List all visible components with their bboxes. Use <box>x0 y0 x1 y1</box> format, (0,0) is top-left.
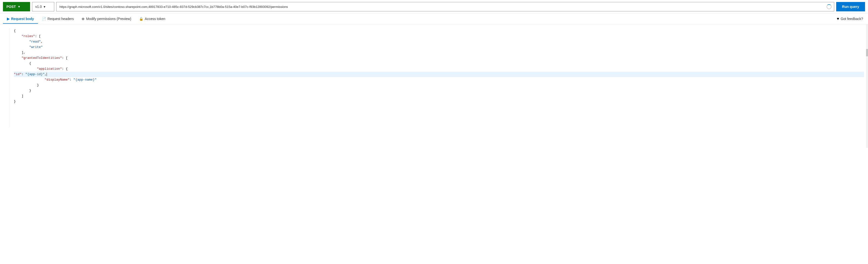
tab-request-body-label: Request body <box>11 17 34 21</box>
feedback-link[interactable]: ♥ Got feedback? <box>835 14 865 24</box>
feedback-heart-icon: ♥ <box>837 17 839 21</box>
code-line-7: { <box>14 61 864 66</box>
code-line-13: ] <box>14 94 864 99</box>
method-chevron-icon: ▾ <box>18 5 20 8</box>
request-headers-icon: 📄 <box>42 17 46 21</box>
run-query-button[interactable]: Run query <box>836 2 865 11</box>
version-label: v1.0 <box>35 5 42 9</box>
tab-modify-permissions-label: Modify permissions (Preview) <box>86 17 131 21</box>
modify-permissions-icon: ⊕ <box>82 17 85 21</box>
code-line-1: { <box>14 28 864 34</box>
code-line-10: "displayName": "{app-name}" <box>14 77 864 83</box>
loading-spinner <box>827 4 832 9</box>
code-line-5: ], <box>14 50 864 55</box>
feedback-label: Got feedback? <box>841 17 863 21</box>
code-line-9: "id": "{app-id}", <box>14 72 864 77</box>
code-line-14: } <box>14 99 864 104</box>
code-line-4: "write" <box>14 45 864 50</box>
scrollbar-thumb[interactable] <box>866 49 868 56</box>
method-label: POST <box>6 5 16 9</box>
version-dropdown[interactable]: v1.0 ▾ <box>32 2 54 11</box>
code-line-6: "grantedToIdentities": [ <box>14 55 864 61</box>
scrollbar-track[interactable] <box>866 24 868 148</box>
url-input[interactable] <box>57 2 834 11</box>
access-token-icon: 🔒 <box>139 17 143 21</box>
tab-access-token-label: Access token <box>145 17 165 21</box>
code-line-2: "roles": [ <box>14 34 864 39</box>
code-content[interactable]: { "roles": [ "read", "write" ], "granted… <box>10 28 868 127</box>
editor-container: { "roles": [ "read", "write" ], "granted… <box>0 28 868 127</box>
tab-request-body[interactable]: ▶ Request body <box>3 14 38 24</box>
tab-request-headers[interactable]: 📄 Request headers <box>38 14 78 24</box>
tab-modify-permissions[interactable]: ⊕ Modify permissions (Preview) <box>78 14 135 24</box>
toolbar: POST ▾ v1.0 ▾ Run query <box>0 0 868 14</box>
tab-request-headers-label: Request headers <box>48 17 74 21</box>
code-line-11: } <box>14 83 864 88</box>
code-line-8: "application": { <box>14 66 864 72</box>
url-input-wrapper <box>56 2 834 11</box>
request-body-icon: ▶ <box>7 17 10 21</box>
line-numbers <box>0 28 10 127</box>
tab-access-token[interactable]: 🔒 Access token <box>135 14 169 24</box>
code-line-3: "read", <box>14 39 864 45</box>
version-chevron-icon: ▾ <box>44 5 45 9</box>
method-dropdown[interactable]: POST ▾ <box>3 2 30 11</box>
tabs-bar: ▶ Request body 📄 Request headers ⊕ Modif… <box>0 14 868 24</box>
editor-area: { "roles": [ "read", "write" ], "granted… <box>0 24 868 148</box>
code-line-12: } <box>14 88 864 94</box>
